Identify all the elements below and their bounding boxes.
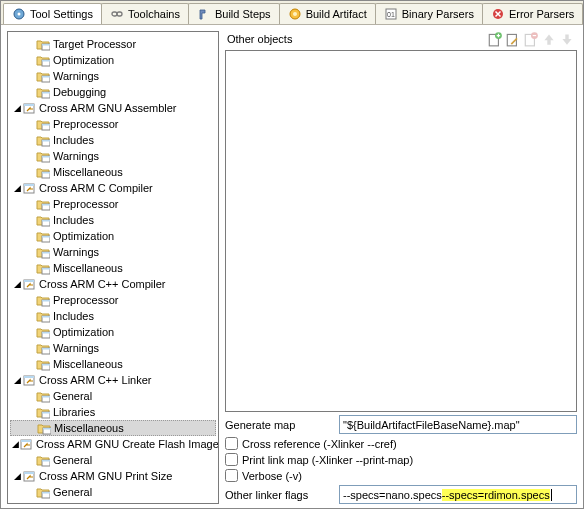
tree-node-label: Includes (53, 134, 94, 146)
tree-node-label: Cross ARM C Compiler (39, 182, 153, 194)
tree-node-icon (36, 53, 50, 67)
tree-group-3[interactable]: ◢Cross ARM C++ Linker (10, 372, 216, 388)
tree-node-label: Cross ARM GNU Assembler (39, 102, 177, 114)
tree-item-general[interactable]: General (10, 388, 216, 404)
tree-item-warnings[interactable]: Warnings (10, 340, 216, 356)
tree-item-includes[interactable]: Includes (10, 212, 216, 228)
tree-node-label: General (53, 486, 92, 498)
tree-item-preprocessor[interactable]: Preprocessor (10, 292, 216, 308)
settings-detail-panel: Other objects Generate map Cross referen… (225, 31, 577, 504)
twisty-icon: ◢ (12, 103, 22, 113)
tree-node-label: Optimization (53, 54, 114, 66)
tree-node-icon (36, 405, 50, 419)
add-icon[interactable] (487, 31, 503, 47)
move-up-icon[interactable] (541, 31, 557, 47)
generate-map-input[interactable] (339, 415, 577, 434)
tree-node-label: Warnings (53, 150, 99, 162)
tree-node-icon (36, 37, 50, 51)
cross-reference-checkbox[interactable] (225, 437, 238, 450)
tree-node-label: Debugging (53, 86, 106, 98)
tab-toolchains[interactable]: Toolchains (101, 3, 189, 24)
tree-node-icon (36, 229, 50, 243)
tree-node-label: Includes (53, 214, 94, 226)
tree-node-icon (22, 101, 36, 115)
tree-item-miscellaneous[interactable]: Miscellaneous (10, 164, 216, 180)
tree-item-preprocessor[interactable]: Preprocessor (10, 116, 216, 132)
tree-node-label: Cross ARM GNU Create Flash Image (36, 438, 219, 450)
flags-highlight-text: --specs=rdimon.specs (442, 489, 550, 501)
tree-node-label: General (53, 454, 92, 466)
tree-node-icon (36, 325, 50, 339)
tree-item-includes[interactable]: Includes (10, 132, 216, 148)
svg-rect-40 (24, 280, 34, 282)
tree-item-optimization[interactable]: Optimization (10, 324, 216, 340)
other-objects-list[interactable] (225, 50, 577, 412)
svg-rect-64 (24, 472, 34, 474)
gear-icon (12, 7, 26, 21)
other-linker-flags-input[interactable]: --specs=nano.specs --specs=rdimon.specs (339, 485, 577, 504)
tree-group-0[interactable]: ◢Cross ARM GNU Assembler (10, 100, 216, 116)
svg-rect-66 (42, 492, 50, 494)
tree-item-miscellaneous[interactable]: Miscellaneous (10, 260, 216, 276)
tree-item-preprocessor[interactable]: Preprocessor (10, 196, 216, 212)
tree-group-5[interactable]: ◢Cross ARM GNU Print Size (10, 468, 216, 484)
verbose-label: Verbose (-v) (242, 470, 302, 482)
tree-item-warnings[interactable]: Warnings (10, 244, 216, 260)
move-down-icon[interactable] (559, 31, 575, 47)
tree-node-label: Optimization (53, 326, 114, 338)
svg-rect-36 (42, 252, 50, 254)
tree-item-optimization[interactable]: Optimization (10, 228, 216, 244)
svg-rect-14 (42, 76, 50, 78)
artifact-icon (288, 7, 302, 21)
tree-node-icon (36, 69, 50, 83)
hammer-icon (197, 7, 211, 21)
tree-node-icon (36, 341, 50, 355)
tab-error-parsers[interactable]: Error Parsers (482, 3, 583, 24)
tree-item-debugging[interactable]: Debugging (10, 84, 216, 100)
tree-node-icon (19, 437, 33, 451)
tree-group-1[interactable]: ◢Cross ARM C Compiler (10, 180, 216, 196)
tree-item-miscellaneous[interactable]: Miscellaneous (10, 420, 216, 436)
tree-item-general[interactable]: General (10, 484, 216, 500)
twisty-icon: ◢ (12, 375, 22, 385)
tree-node-icon (36, 197, 50, 211)
settings-tree[interactable]: Target ProcessorOptimizationWarningsDebu… (7, 31, 219, 504)
tree-node-icon (36, 117, 50, 131)
svg-rect-52 (24, 376, 34, 378)
tab-label: Error Parsers (509, 8, 574, 20)
text-caret (551, 489, 552, 501)
tab-build-steps[interactable]: Build Steps (188, 3, 280, 24)
tree-item-optimization[interactable]: Optimization (10, 52, 216, 68)
tree-node-label: Cross ARM C++ Compiler (39, 278, 166, 290)
svg-rect-30 (42, 204, 50, 206)
tree-node-icon (36, 85, 50, 99)
tree-item-warnings[interactable]: Warnings (10, 68, 216, 84)
tree-group-4[interactable]: ◢Cross ARM GNU Create Flash Image (10, 436, 216, 452)
verbose-checkbox[interactable] (225, 469, 238, 482)
tab-label: Build Steps (215, 8, 271, 20)
tree-node-icon (36, 149, 50, 163)
svg-rect-32 (42, 220, 50, 222)
tree-item-miscellaneous[interactable]: Miscellaneous (10, 356, 216, 372)
tab-tool-settings[interactable]: Tool Settings (3, 3, 102, 24)
print-link-map-checkbox[interactable] (225, 453, 238, 466)
edit-icon[interactable] (505, 31, 521, 47)
tree-item-libraries[interactable]: Libraries (10, 404, 216, 420)
delete-icon[interactable] (523, 31, 539, 47)
tree-item-includes[interactable]: Includes (10, 308, 216, 324)
svg-rect-12 (42, 60, 50, 62)
tree-node-label: Cross ARM GNU Print Size (39, 470, 172, 482)
tree-node-label: Preprocessor (53, 118, 118, 130)
tab-binary-parsers[interactable]: 01 Binary Parsers (375, 3, 483, 24)
tree-item-warnings[interactable]: Warnings (10, 148, 216, 164)
svg-point-5 (293, 12, 297, 16)
tree-group-2[interactable]: ◢Cross ARM C++ Compiler (10, 276, 216, 292)
tab-build-artifact[interactable]: Build Artifact (279, 3, 376, 24)
tree-node-label: Preprocessor (53, 198, 118, 210)
tree-node-icon (36, 293, 50, 307)
tree-item-general[interactable]: General (10, 452, 216, 468)
tree-node-label: Miscellaneous (54, 422, 124, 434)
list-title: Other objects (225, 33, 487, 45)
tree-item-target-processor[interactable]: Target Processor (10, 36, 216, 52)
tree-node-icon (36, 357, 50, 371)
